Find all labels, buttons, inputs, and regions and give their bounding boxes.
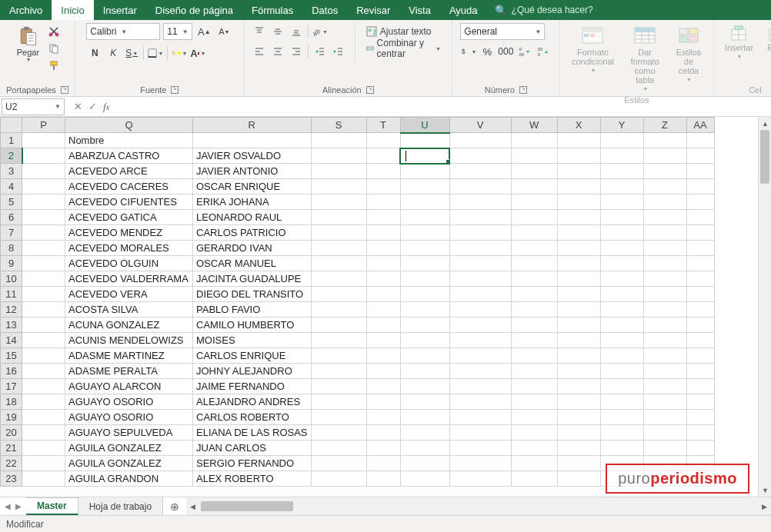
cell-R14[interactable]: MOISES <box>193 333 312 348</box>
cell-AA4[interactable] <box>686 179 714 195</box>
cell-U8[interactable] <box>400 241 449 256</box>
cell-S22[interactable] <box>311 456 366 471</box>
cell-W9[interactable] <box>511 256 557 271</box>
cell-Y5[interactable] <box>600 195 643 210</box>
worksheet-grid[interactable]: PQRSTUVWXYZAA1Nombre2ABARZUA CASTROJAVIE… <box>0 117 771 497</box>
cell-Q23[interactable]: AGUILA GRANDON <box>65 471 193 487</box>
cell-V15[interactable] <box>449 348 511 364</box>
cell-V20[interactable] <box>449 425 511 441</box>
cell-AA1[interactable] <box>686 133 714 148</box>
scroll-up-button[interactable]: ▲ <box>759 117 771 130</box>
cell-W4[interactable] <box>511 179 557 195</box>
cell-Z12[interactable] <box>643 302 686 318</box>
cell-T21[interactable] <box>366 441 400 456</box>
cell-Y21[interactable] <box>600 441 643 456</box>
delete-cells-button[interactable]: Elimi <box>763 23 771 54</box>
cell-Y16[interactable] <box>600 364 643 379</box>
cell-R16[interactable]: JOHNY ALEJANDRO <box>193 364 312 379</box>
col-header-T[interactable]: T <box>366 118 400 133</box>
cell-AA17[interactable] <box>686 379 714 394</box>
cell-Z18[interactable] <box>643 394 686 410</box>
cell-U23[interactable] <box>400 471 449 487</box>
cell-S23[interactable] <box>311 471 366 487</box>
cell-P4[interactable] <box>22 179 65 195</box>
cell-R19[interactable]: CARLOS ROBERTO <box>193 410 312 425</box>
row-header-15[interactable]: 15 <box>1 348 22 364</box>
menu-tab-inicio[interactable]: Inicio <box>52 0 93 20</box>
cell-T11[interactable] <box>366 287 400 302</box>
cell-Y12[interactable] <box>600 302 643 318</box>
accounting-format-button[interactable]: $▼ <box>460 43 477 60</box>
sheet-tab-hoja-de-trabajo[interactable]: Hoja de trabajo <box>78 497 163 515</box>
cell-S3[interactable] <box>311 164 366 179</box>
cell-X17[interactable] <box>557 379 600 394</box>
cell-X7[interactable] <box>557 225 600 241</box>
cell-S14[interactable] <box>311 333 366 348</box>
cell-Z1[interactable] <box>643 133 686 148</box>
comma-button[interactable]: 000 <box>497 43 514 60</box>
cell-AA13[interactable] <box>686 318 714 333</box>
cell-Y10[interactable] <box>600 271 643 287</box>
align-middle-button[interactable] <box>269 23 286 40</box>
cell-S8[interactable] <box>311 241 366 256</box>
cell-X9[interactable] <box>557 256 600 271</box>
cell-Q11[interactable]: ACEVEDO VERA <box>65 287 193 302</box>
cell-X22[interactable] <box>557 456 600 471</box>
row-header-19[interactable]: 19 <box>1 410 22 425</box>
cell-Y7[interactable] <box>600 225 643 241</box>
cell-X15[interactable] <box>557 348 600 364</box>
cell-U18[interactable] <box>400 394 449 410</box>
cell-V14[interactable] <box>449 333 511 348</box>
menu-tab-ayuda[interactable]: Ayuda <box>440 0 487 20</box>
cell-X19[interactable] <box>557 410 600 425</box>
alignment-dialog-launcher[interactable] <box>366 86 374 94</box>
cell-Z13[interactable] <box>643 318 686 333</box>
cell-X18[interactable] <box>557 394 600 410</box>
paste-button[interactable]: Pegar ▼ <box>14 23 42 64</box>
cell-P5[interactable] <box>22 195 65 210</box>
cell-Z3[interactable] <box>643 164 686 179</box>
cell-S9[interactable] <box>311 256 366 271</box>
cell-X14[interactable] <box>557 333 600 348</box>
cell-U14[interactable] <box>400 333 449 348</box>
decrease-indent-button[interactable] <box>312 43 329 60</box>
col-header-Q[interactable]: Q <box>65 118 193 133</box>
tell-me-search[interactable]: 🔍¿Qué desea hacer? <box>495 0 593 20</box>
cell-Z8[interactable] <box>643 241 686 256</box>
cell-R11[interactable]: DIEGO DEL TRANSITO <box>193 287 312 302</box>
scroll-right-button[interactable]: ▶ <box>758 500 771 513</box>
cell-U16[interactable] <box>400 364 449 379</box>
cut-button[interactable] <box>47 25 61 38</box>
cell-AA5[interactable] <box>686 195 714 210</box>
cell-R12[interactable]: PABLO FAVIO <box>193 302 312 318</box>
cell-V3[interactable] <box>449 164 511 179</box>
cell-V2[interactable] <box>449 148 511 164</box>
cell-P11[interactable] <box>22 287 65 302</box>
formula-input[interactable] <box>120 98 771 115</box>
cell-T13[interactable] <box>366 318 400 333</box>
cell-Z20[interactable] <box>643 425 686 441</box>
menu-tab-revisar[interactable]: Revisar <box>347 0 399 20</box>
cell-AA11[interactable] <box>686 287 714 302</box>
cell-V19[interactable] <box>449 410 511 425</box>
cell-S4[interactable] <box>311 179 366 195</box>
cell-AA18[interactable] <box>686 394 714 410</box>
clipboard-dialog-launcher[interactable] <box>61 86 68 94</box>
cell-T12[interactable] <box>366 302 400 318</box>
cell-Z16[interactable] <box>643 364 686 379</box>
cell-P2[interactable] <box>22 148 65 164</box>
cell-V13[interactable] <box>449 318 511 333</box>
cell-Q18[interactable]: AGUAYO OSORIO <box>65 394 193 410</box>
cell-W2[interactable] <box>511 148 557 164</box>
cell-R3[interactable]: JAVIER ANTONIO <box>193 164 312 179</box>
cell-AA16[interactable] <box>686 364 714 379</box>
cell-U6[interactable] <box>400 210 449 225</box>
cell-U22[interactable] <box>400 456 449 471</box>
align-left-button[interactable] <box>251 43 268 60</box>
menu-tab-fórmulas[interactable]: Fórmulas <box>242 0 302 20</box>
cell-AA9[interactable] <box>686 256 714 271</box>
cell-Q17[interactable]: AGUAYO ALARCON <box>65 379 193 394</box>
number-format-combo[interactable]: General▼ <box>460 23 545 40</box>
cell-W13[interactable] <box>511 318 557 333</box>
cell-X3[interactable] <box>557 164 600 179</box>
